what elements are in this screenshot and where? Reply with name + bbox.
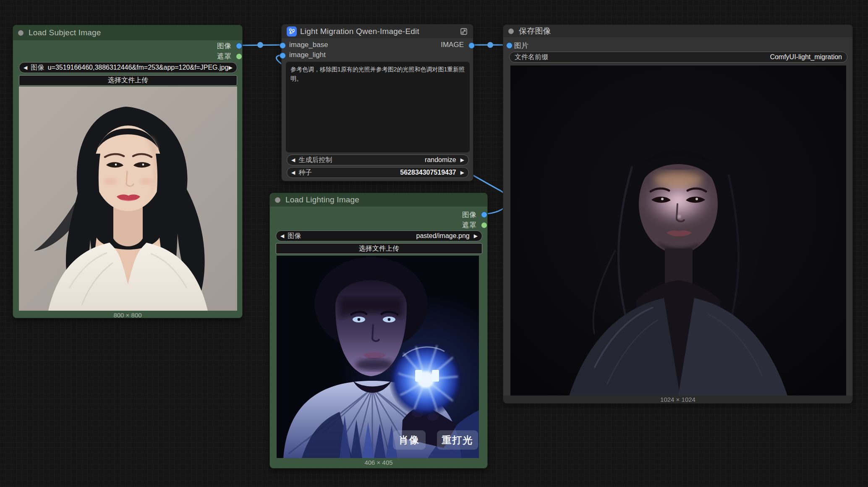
combo-next-arrow-icon[interactable]: ▶ <box>460 157 464 162</box>
output-label-image: IMAGE <box>441 41 464 49</box>
input-row-image-base: image_base <box>289 40 328 50</box>
collapse-dot[interactable] <box>18 30 24 36</box>
seed-widget[interactable]: ◀ 种子 562834307519437 ▶ <box>287 167 469 178</box>
node-title: Load Subject Image <box>29 28 101 37</box>
combo-prev-arrow-icon[interactable]: ◀ <box>280 233 284 238</box>
combo-value: randomize <box>335 156 460 164</box>
image-input-port[interactable] <box>506 42 512 49</box>
combo-value: pasted/image.png <box>304 232 474 240</box>
choose-file-upload-button[interactable]: 选择文件上传 <box>19 75 237 86</box>
combo-label: 图像 <box>288 232 301 241</box>
portrait-button-label: 肖像 <box>399 434 420 447</box>
prompt-textarea[interactable]: 参考色调，移除图1原有的光照并参考图2的光照和色调对图1重新照明。 <box>286 62 470 152</box>
image-file-combo-widget[interactable]: ◀ 图像 u=3519166460,3886312446&fm=253&app=… <box>19 62 237 73</box>
node-header[interactable]: 保存图像 <box>503 25 852 37</box>
link-midpoint-dot <box>257 42 263 48</box>
combo-next-arrow-icon[interactable]: ▶ <box>474 233 478 238</box>
combo-label: 图像 <box>31 63 44 72</box>
output-row-image: IMAGE <box>441 40 464 50</box>
input-label-image-base: image_base <box>289 41 328 49</box>
result-image-preview <box>510 65 846 395</box>
combo-next-arrow-icon[interactable]: ▶ <box>229 65 233 70</box>
caption-text: 1024 × 1024 <box>660 396 695 403</box>
node-title: 保存图像 <box>519 26 551 37</box>
node-load-subject-image[interactable]: Load Subject Image 图像 遮罩 ◀ 图像 u=35191664… <box>13 25 243 318</box>
output-label-image: 图像 <box>462 210 476 220</box>
image-output-port[interactable] <box>236 43 242 49</box>
node-graph-canvas[interactable]: { "colors": { "link": "#57a0e5", "port_i… <box>0 0 868 487</box>
relight-preset-button[interactable]: 重打光 <box>437 430 478 450</box>
combo-prev-arrow-icon[interactable]: ◀ <box>291 157 295 162</box>
subject-image-preview <box>19 86 237 311</box>
node-title: Load Lighting Image <box>285 195 359 204</box>
filename-prefix-widget[interactable]: 文件名前缀 ComfyUI-light_migration <box>509 52 847 63</box>
node-load-lighting-image[interactable]: Load Lighting Image 图像 遮罩 ◀ 图像 pasted/im… <box>269 193 488 469</box>
widget-value: ComfyUI-light_migration <box>552 53 843 61</box>
combo-label: 生成后控制 <box>298 156 332 165</box>
combo-value: 562834307519437 <box>315 169 460 176</box>
control-after-generate-widget[interactable]: ◀ 生成后控制 randomize ▶ <box>287 154 469 165</box>
expand-icon[interactable] <box>460 27 468 36</box>
link-midpoint-dot <box>487 42 493 48</box>
portrait-preset-button[interactable]: 肖像 <box>393 430 426 450</box>
collapse-dot[interactable] <box>508 29 514 34</box>
mask-output-port[interactable] <box>481 222 487 228</box>
combo-prev-arrow-icon[interactable]: ◀ <box>24 65 27 70</box>
image-light-input-port[interactable] <box>280 52 286 59</box>
image-output-port[interactable] <box>481 212 487 218</box>
combo-next-arrow-icon[interactable]: ▶ <box>460 170 464 175</box>
widget-label: 文件名前缀 <box>515 53 548 62</box>
image-dimensions-caption: 1024 × 1024 <box>503 395 852 403</box>
mask-output-port[interactable] <box>236 53 242 60</box>
node-header[interactable]: Load Lighting Image <box>270 193 487 207</box>
collapse-dot[interactable] <box>275 197 280 203</box>
upload-button-label: 选择文件上传 <box>359 244 399 253</box>
lighting-image-preview <box>277 256 479 458</box>
input-row-image-light: image_light <box>289 50 326 60</box>
node-title: Light Migration Qwen-Image-Edit <box>300 27 419 36</box>
image-dimensions-caption: 800 × 800 <box>13 312 242 319</box>
input-label-image-light: image_light <box>289 51 326 59</box>
combo-prev-arrow-icon[interactable]: ◀ <box>291 170 295 175</box>
output-row-image: 图像 <box>217 41 231 51</box>
output-row-image: 图像 <box>462 209 476 220</box>
node-light-migration[interactable]: Light Migration Qwen-Image-Edit image_ba… <box>281 24 473 181</box>
output-label-mask: 遮罩 <box>462 220 476 230</box>
combo-label: 种子 <box>298 168 312 177</box>
output-row-mask: 遮罩 <box>462 220 476 230</box>
input-label-image: 图片 <box>514 41 528 50</box>
image-base-input-port[interactable] <box>280 42 286 49</box>
output-label-mask: 遮罩 <box>217 52 231 61</box>
input-row-image: 图片 <box>514 40 528 50</box>
output-row-mask: 遮罩 <box>217 51 231 61</box>
output-label-image: 图像 <box>217 41 231 51</box>
node-save-image[interactable]: 保存图像 图片 文件名前缀 ComfyUI-light_migration <box>503 24 853 403</box>
relight-button-label: 重打光 <box>442 434 473 447</box>
node-header[interactable]: Load Subject Image <box>13 25 242 40</box>
image-output-port[interactable] <box>468 42 475 49</box>
image-dimensions-caption: 406 × 405 <box>270 459 487 466</box>
node-header[interactable]: Light Migration Qwen-Image-Edit <box>282 24 473 38</box>
image-file-combo-widget[interactable]: ◀ 图像 pasted/image.png ▶ <box>276 230 482 241</box>
upload-button-label: 选择文件上传 <box>108 76 148 85</box>
combo-value: u=3519166460,3886312446&fm=253&app=120&f… <box>47 64 229 71</box>
choose-file-upload-button[interactable]: 选择文件上传 <box>276 243 482 254</box>
subgraph-icon <box>287 26 297 37</box>
